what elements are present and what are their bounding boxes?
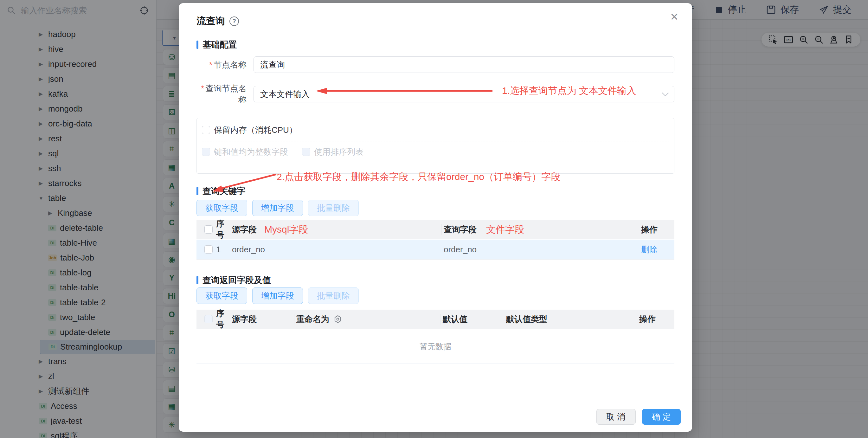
int-fields-label: 键和值均为整数字段 xyxy=(214,147,288,158)
col-source-header: 源字段 xyxy=(230,314,294,324)
keys-table: 序号 源字段 Mysql字段 查询字段 文件字段 操作 1 order_no xyxy=(196,220,674,259)
row-checkbox[interactable] xyxy=(205,245,213,254)
return-actions: 获取字段 增加字段 批量删除 xyxy=(196,287,674,304)
return-table-header: 序号 源字段 重命名为 默认值 默认值类型 操作 xyxy=(196,310,674,329)
sorted-list-checkbox xyxy=(302,148,310,156)
app-root: 运行 停止 保存 提交 1:1 xyxy=(0,0,868,438)
basic-config-section-header: 基础配置 xyxy=(196,40,674,50)
memory-options-box: 保留内存（消耗CPU） 键和值均为整数字段 使用排序列表 xyxy=(196,118,674,174)
empty-placeholder: 暂无数据 xyxy=(196,329,674,364)
keep-memory-label: 保留内存（消耗CPU） xyxy=(214,125,297,136)
mysql-field-annotation: Mysql字段 xyxy=(264,223,308,236)
annotation-step2: 2.点击获取字段，删除其余字段，只保留order_no（订单编号）字段 xyxy=(277,170,560,184)
required-mark: * xyxy=(209,60,212,69)
chevron-down-icon xyxy=(662,89,669,96)
int-fields-checkbox xyxy=(202,148,210,156)
section-accent-bar xyxy=(196,40,198,49)
return-fields-section-header: 查询返回字段及值 xyxy=(196,275,674,285)
row-source-field: order_no xyxy=(230,245,442,254)
delete-row-link[interactable]: 删除 xyxy=(641,244,658,255)
col-rename-header: 重命名为 xyxy=(294,314,441,324)
col-query-header: 查询字段 文件字段 xyxy=(442,224,639,235)
col-no-header: 序号 xyxy=(214,224,230,235)
required-mark: * xyxy=(201,84,204,93)
node-name-input[interactable] xyxy=(253,56,674,73)
col-action-header: 操作 xyxy=(639,224,674,235)
select-all-checkbox xyxy=(205,315,213,323)
sorted-list-label: 使用排序列表 xyxy=(314,147,364,158)
cancel-button[interactable]: 取消 xyxy=(596,409,636,425)
annotation-step1: 1.选择查询节点为 文本文件输入 xyxy=(313,84,636,97)
get-fields-button[interactable]: 获取字段 xyxy=(196,200,247,216)
keys-actions: 获取字段 增加字段 批量删除 xyxy=(196,200,674,216)
batch-delete-button: 批量删除 xyxy=(308,200,359,216)
return-table: 序号 源字段 重命名为 默认值 默认值类型 操作 暂无数据 xyxy=(196,310,674,364)
col-no-header: 序号 xyxy=(214,314,230,324)
dialog-footer: 取消 确定 xyxy=(596,409,681,425)
get-fields-button[interactable]: 获取字段 xyxy=(196,287,247,304)
batch-delete-button: 批量删除 xyxy=(308,287,359,304)
keep-memory-checkbox[interactable] xyxy=(202,126,210,134)
select-all-checkbox[interactable] xyxy=(205,225,213,233)
section-accent-bar xyxy=(196,276,198,284)
col-default-header: 默认值 xyxy=(441,314,504,324)
col-source-header: 源字段 Mysql字段 xyxy=(230,224,442,235)
row-query-field: order_no xyxy=(442,245,639,254)
red-arrow-left-icon xyxy=(313,87,494,95)
table-row: 1 order_no order_no 删除 xyxy=(196,240,674,259)
red-arrow-diagonal-icon xyxy=(209,172,280,195)
stream-lookup-dialog: 流查询 ? × 基础配置 *节点名称 *查询节点名称 文本文件输入 xyxy=(179,3,692,432)
query-node-label: *查询节点名称 xyxy=(196,83,247,105)
confirm-button[interactable]: 确定 xyxy=(642,409,681,425)
section-accent-bar xyxy=(196,187,198,195)
dashed-divider xyxy=(202,141,669,142)
file-field-annotation: 文件字段 xyxy=(486,223,524,236)
col-default-type-header: 默认值类型 xyxy=(504,314,572,324)
col-action-header: 操作 xyxy=(572,314,674,324)
node-name-label: *节点名称 xyxy=(196,59,247,70)
settings-icon[interactable] xyxy=(334,315,342,323)
add-field-button[interactable]: 增加字段 xyxy=(252,287,303,304)
node-name-row: *节点名称 xyxy=(196,56,674,73)
query-node-select-value: 文本文件输入 xyxy=(260,89,310,100)
add-field-button[interactable]: 增加字段 xyxy=(252,200,303,216)
keys-table-header: 序号 源字段 Mysql字段 查询字段 文件字段 操作 xyxy=(196,220,674,240)
row-no: 1 xyxy=(214,245,230,254)
